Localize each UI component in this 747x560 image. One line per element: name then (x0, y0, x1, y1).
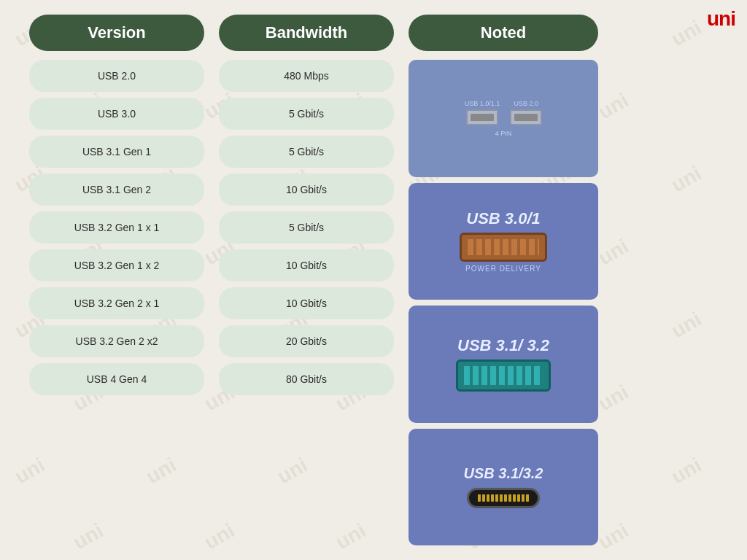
bandwidth-header: Bandwidth (219, 15, 394, 51)
usb2-label: USB 2.0 (514, 100, 539, 107)
usb31-port (456, 359, 551, 392)
bandwidth-column: Bandwidth 480 Mbps 5 Gbit/s 5 Gbit/s 10 … (219, 15, 394, 545)
pin (495, 494, 498, 502)
usb-c-pins (478, 494, 529, 502)
usb32-title: USB 3.1/3.2 (464, 465, 543, 482)
list-item: 80 Gbit/s (219, 363, 394, 395)
main-layout: Version USB 2.0 USB 3.0 USB 3.1 Gen 1 US… (0, 0, 747, 560)
list-item: USB 3.2 Gen 1 x 2 (29, 249, 204, 281)
usb2-port (510, 109, 542, 125)
usb2-connector: USB 2.0 (510, 100, 542, 125)
pin (478, 494, 481, 502)
list-item: 20 Gbit/s (219, 325, 394, 357)
list-item: 10 Gbit/s (219, 249, 394, 281)
list-item: USB 3.2 Gen 2 x2 (29, 325, 204, 357)
noted-column: Noted USB 1.0/1.1 USB 2.0 4 PIN USB 3.0/… (409, 15, 598, 545)
version-column: Version USB 2.0 USB 3.0 USB 3.1 Gen 1 US… (29, 15, 204, 545)
usb1-label: USB 1.0/1.1 (465, 100, 500, 107)
pin-label: 4 PIN (495, 130, 512, 137)
usb3-title: USB 3.0/1 (466, 209, 541, 228)
usb-c-port (467, 488, 540, 508)
list-item: 480 Mbps (219, 60, 394, 92)
pin (491, 494, 494, 502)
list-item: USB 3.1 Gen 2 (29, 174, 204, 206)
usb-3-1-3-2-diagram: USB 3.1/ 3.2 (409, 306, 598, 423)
pin (482, 494, 485, 502)
list-item: USB 3.0 (29, 98, 204, 130)
pin (513, 494, 516, 502)
list-item: 10 Gbit/s (219, 287, 394, 319)
pin (522, 494, 525, 502)
list-item: 10 Gbit/s (219, 174, 394, 206)
list-item: USB 3.2 Gen 1 x 1 (29, 211, 204, 244)
pin (508, 494, 511, 502)
usb-1-2-diagram: USB 1.0/1.1 USB 2.0 4 PIN (409, 60, 598, 177)
pin (504, 494, 507, 502)
pin (526, 494, 529, 502)
connector-group: USB 1.0/1.1 USB 2.0 (465, 100, 543, 125)
list-item: USB 2.0 (29, 60, 204, 92)
usb1-port (466, 109, 498, 125)
usb3-port (460, 233, 547, 262)
pin (487, 494, 489, 502)
uni-logo: uni (707, 7, 735, 31)
pin (500, 494, 503, 502)
usb-3-0-diagram: USB 3.0/1 POWER DELIVERY (409, 183, 598, 300)
version-header: Version (29, 15, 204, 51)
usb-c-diagram: USB 3.1/3.2 (409, 429, 598, 546)
usb1-connector: USB 1.0/1.1 (465, 100, 500, 125)
list-item: USB 3.2 Gen 2 x 1 (29, 287, 204, 319)
list-item: USB 4 Gen 4 (29, 363, 204, 395)
list-item: 5 Gbit/s (219, 98, 394, 130)
pin (517, 494, 520, 502)
list-item: 5 Gbit/s (219, 211, 394, 244)
list-item: USB 3.1 Gen 1 (29, 136, 204, 168)
usb31-title: USB 3.1/ 3.2 (457, 336, 549, 355)
list-item: 5 Gbit/s (219, 136, 394, 168)
usb3-pd-label: POWER DELIVERY (465, 265, 541, 273)
noted-header: Noted (409, 15, 598, 51)
